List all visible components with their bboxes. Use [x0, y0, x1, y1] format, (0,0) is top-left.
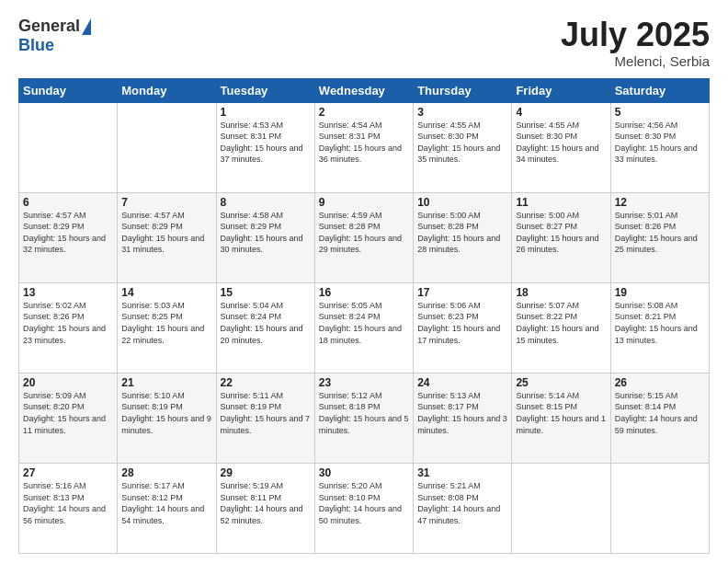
day-number: 26	[615, 376, 705, 389]
table-row: 8Sunrise: 4:58 AMSunset: 8:29 PMDaylight…	[216, 192, 314, 282]
day-info: Sunrise: 4:59 AMSunset: 8:28 PMDaylight:…	[319, 211, 402, 255]
day-info: Sunrise: 4:57 AMSunset: 8:29 PMDaylight:…	[121, 211, 204, 255]
table-row: 2Sunrise: 4:54 AMSunset: 8:31 PMDaylight…	[314, 102, 413, 192]
day-info: Sunrise: 4:54 AMSunset: 8:31 PMDaylight:…	[319, 121, 402, 165]
day-info: Sunrise: 5:07 AMSunset: 8:22 PMDaylight:…	[516, 301, 598, 345]
table-row: 29Sunrise: 5:19 AMSunset: 8:11 PMDayligh…	[216, 463, 314, 553]
day-number: 19	[615, 286, 705, 299]
header: General Blue July 2025 Melenci, Serbia	[18, 17, 710, 69]
day-info: Sunrise: 4:55 AMSunset: 8:30 PMDaylight:…	[516, 121, 598, 165]
day-number: 27	[23, 466, 113, 479]
table-row: 21Sunrise: 5:10 AMSunset: 8:19 PMDayligh…	[118, 373, 216, 463]
day-info: Sunrise: 5:17 AMSunset: 8:12 PMDaylight:…	[121, 481, 204, 525]
table-row: 30Sunrise: 5:20 AMSunset: 8:10 PMDayligh…	[314, 463, 413, 553]
day-info: Sunrise: 5:06 AMSunset: 8:23 PMDaylight:…	[417, 301, 500, 345]
table-row: 13Sunrise: 5:02 AMSunset: 8:26 PMDayligh…	[19, 282, 118, 373]
day-number: 17	[417, 286, 507, 299]
day-info: Sunrise: 4:55 AMSunset: 8:30 PMDaylight:…	[417, 121, 500, 165]
day-number: 4	[516, 106, 606, 119]
title-area: July 2025 Melenci, Serbia	[561, 17, 710, 69]
day-info: Sunrise: 5:00 AMSunset: 8:28 PMDaylight:…	[417, 211, 500, 255]
table-row: 28Sunrise: 5:17 AMSunset: 8:12 PMDayligh…	[118, 463, 216, 553]
table-row: 4Sunrise: 4:55 AMSunset: 8:30 PMDaylight…	[512, 102, 610, 192]
col-sunday: Sunday	[19, 78, 118, 102]
table-row: 18Sunrise: 5:07 AMSunset: 8:22 PMDayligh…	[512, 282, 610, 373]
day-number: 29	[221, 466, 311, 479]
col-saturday: Saturday	[610, 78, 709, 102]
table-row: 24Sunrise: 5:13 AMSunset: 8:17 PMDayligh…	[414, 373, 512, 463]
day-info: Sunrise: 4:53 AMSunset: 8:31 PMDaylight:…	[221, 121, 303, 165]
day-info: Sunrise: 4:57 AMSunset: 8:29 PMDaylight:…	[23, 211, 106, 255]
table-row: 11Sunrise: 5:00 AMSunset: 8:27 PMDayligh…	[512, 192, 610, 282]
table-row: 7Sunrise: 4:57 AMSunset: 8:29 PMDaylight…	[118, 192, 216, 282]
table-row: 17Sunrise: 5:06 AMSunset: 8:23 PMDayligh…	[414, 282, 512, 373]
table-row: 25Sunrise: 5:14 AMSunset: 8:15 PMDayligh…	[512, 373, 610, 463]
table-row	[118, 102, 216, 192]
day-number: 31	[417, 466, 507, 479]
table-row: 14Sunrise: 5:03 AMSunset: 8:25 PMDayligh…	[118, 282, 216, 373]
calendar-week-row: 27Sunrise: 5:16 AMSunset: 8:13 PMDayligh…	[19, 463, 710, 553]
day-number: 10	[417, 196, 507, 209]
table-row	[512, 463, 610, 553]
day-number: 20	[23, 376, 113, 389]
day-number: 3	[417, 106, 507, 119]
day-info: Sunrise: 4:56 AMSunset: 8:30 PMDaylight:…	[615, 121, 698, 165]
day-number: 13	[23, 286, 113, 299]
day-info: Sunrise: 5:10 AMSunset: 8:19 PMDaylight:…	[121, 391, 211, 435]
table-row: 1Sunrise: 4:53 AMSunset: 8:31 PMDaylight…	[216, 102, 314, 192]
table-row	[610, 463, 709, 553]
table-row: 23Sunrise: 5:12 AMSunset: 8:18 PMDayligh…	[314, 373, 413, 463]
day-number: 7	[121, 196, 211, 209]
day-info: Sunrise: 5:16 AMSunset: 8:13 PMDaylight:…	[23, 481, 106, 525]
logo-triangle-icon	[82, 18, 91, 35]
table-row: 26Sunrise: 5:15 AMSunset: 8:14 PMDayligh…	[610, 373, 709, 463]
table-row: 31Sunrise: 5:21 AMSunset: 8:08 PMDayligh…	[414, 463, 512, 553]
logo: General Blue	[18, 17, 91, 55]
table-row	[19, 102, 118, 192]
calendar-week-row: 13Sunrise: 5:02 AMSunset: 8:26 PMDayligh…	[19, 282, 710, 373]
day-info: Sunrise: 5:13 AMSunset: 8:17 PMDaylight:…	[417, 391, 507, 435]
calendar-header-row: Sunday Monday Tuesday Wednesday Thursday…	[19, 78, 710, 102]
day-info: Sunrise: 5:08 AMSunset: 8:21 PMDaylight:…	[615, 301, 698, 345]
day-number: 22	[221, 376, 311, 389]
day-info: Sunrise: 5:09 AMSunset: 8:20 PMDaylight:…	[23, 391, 106, 435]
table-row: 3Sunrise: 4:55 AMSunset: 8:30 PMDaylight…	[414, 102, 512, 192]
day-number: 28	[121, 466, 211, 479]
day-number: 23	[319, 376, 409, 389]
day-info: Sunrise: 5:05 AMSunset: 8:24 PMDaylight:…	[319, 301, 402, 345]
day-number: 18	[516, 286, 606, 299]
calendar: Sunday Monday Tuesday Wednesday Thursday…	[18, 78, 710, 554]
day-number: 24	[417, 376, 507, 389]
day-info: Sunrise: 5:21 AMSunset: 8:08 PMDaylight:…	[417, 481, 500, 525]
day-info: Sunrise: 5:19 AMSunset: 8:11 PMDaylight:…	[221, 481, 303, 525]
logo-text: General	[18, 17, 91, 36]
day-number: 16	[319, 286, 409, 299]
table-row: 6Sunrise: 4:57 AMSunset: 8:29 PMDaylight…	[19, 192, 118, 282]
day-number: 14	[121, 286, 211, 299]
day-info: Sunrise: 4:58 AMSunset: 8:29 PMDaylight:…	[221, 211, 303, 255]
day-number: 9	[319, 196, 409, 209]
table-row: 5Sunrise: 4:56 AMSunset: 8:30 PMDaylight…	[610, 102, 709, 192]
table-row: 27Sunrise: 5:16 AMSunset: 8:13 PMDayligh…	[19, 463, 118, 553]
table-row: 22Sunrise: 5:11 AMSunset: 8:19 PMDayligh…	[216, 373, 314, 463]
day-number: 30	[319, 466, 409, 479]
table-row: 10Sunrise: 5:00 AMSunset: 8:28 PMDayligh…	[414, 192, 512, 282]
day-number: 21	[121, 376, 211, 389]
day-number: 12	[615, 196, 705, 209]
day-number: 25	[516, 376, 606, 389]
table-row: 9Sunrise: 4:59 AMSunset: 8:28 PMDaylight…	[314, 192, 413, 282]
day-info: Sunrise: 5:00 AMSunset: 8:27 PMDaylight:…	[516, 211, 598, 255]
table-row: 19Sunrise: 5:08 AMSunset: 8:21 PMDayligh…	[610, 282, 709, 373]
month-title: July 2025	[561, 17, 710, 53]
day-info: Sunrise: 5:15 AMSunset: 8:14 PMDaylight:…	[615, 391, 698, 435]
day-info: Sunrise: 5:04 AMSunset: 8:24 PMDaylight:…	[221, 301, 303, 345]
day-number: 8	[221, 196, 311, 209]
table-row: 12Sunrise: 5:01 AMSunset: 8:26 PMDayligh…	[610, 192, 709, 282]
table-row: 20Sunrise: 5:09 AMSunset: 8:20 PMDayligh…	[19, 373, 118, 463]
day-number: 1	[221, 106, 311, 119]
page: General Blue July 2025 Melenci, Serbia S…	[0, 0, 728, 563]
day-info: Sunrise: 5:02 AMSunset: 8:26 PMDaylight:…	[23, 301, 106, 345]
day-number: 5	[615, 106, 705, 119]
logo-general: General	[18, 17, 80, 36]
day-number: 11	[516, 196, 606, 209]
